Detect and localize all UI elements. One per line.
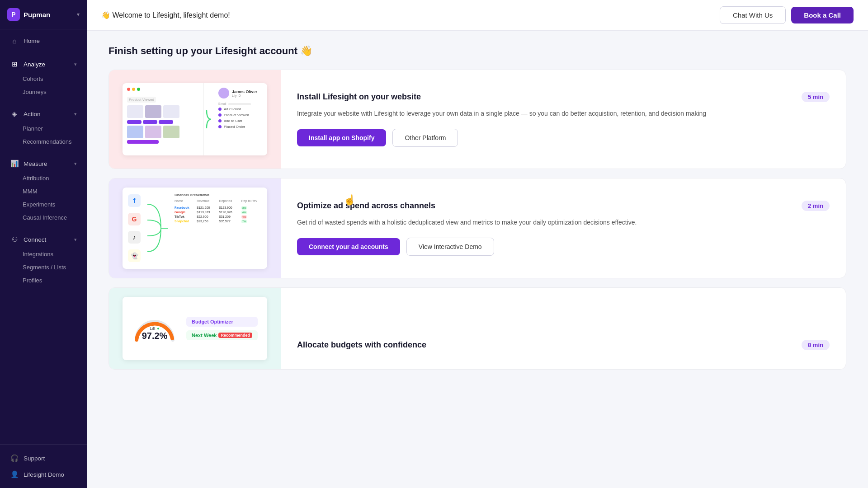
- gauge-container: Lift ● 97.2%: [132, 313, 177, 344]
- ads-time-badge: 2 min: [802, 201, 830, 211]
- main-content: 👋 Welcome to Lifesight, lifesight demo! …: [87, 0, 868, 488]
- product-img-5: [145, 126, 161, 138]
- view-demo-button[interactable]: View Interactive Demo: [406, 238, 494, 256]
- app-logo[interactable]: P Pupman ▾: [0, 0, 87, 29]
- channel-icons: f G ♪ 👻: [128, 193, 141, 263]
- ads-table-mini: Channel Breakdown Name Revenue Reported …: [175, 193, 262, 263]
- other-platform-button[interactable]: Other Platform: [392, 129, 458, 147]
- chat-button[interactable]: Chat With Us: [720, 6, 786, 24]
- lift-label: Lift: [150, 326, 155, 331]
- sidebar-cohorts-label: Cohorts: [23, 75, 43, 82]
- window-dot-green: [137, 88, 140, 91]
- website-left-panel: Product Viewed: [123, 83, 204, 155]
- lift-indicator: ●: [157, 326, 159, 331]
- measure-icon: 📊: [10, 160, 19, 168]
- support-icon: 🎧: [10, 454, 19, 462]
- sidebar-item-connect[interactable]: ⚇ Connect ▾: [3, 231, 84, 248]
- page-title: Finish setting up your Lifesight account…: [108, 45, 846, 57]
- sidebar-analyze-label: Analyze: [24, 61, 45, 68]
- recommended-badge: Recommended: [218, 333, 252, 338]
- product-img-3: [163, 105, 179, 118]
- header-actions: Chat With Us Book a Call: [720, 6, 854, 24]
- action-chevron-icon: ▾: [74, 111, 77, 117]
- sidebar-home-label: Home: [24, 38, 40, 44]
- install-card: Product Viewed: [108, 70, 846, 169]
- illus-btn-3: [159, 120, 173, 124]
- sidebar-item-integrations[interactable]: Integrations: [3, 248, 84, 261]
- flow-lines-container: [145, 193, 170, 263]
- connect-ads-button[interactable]: Connect your ad accounts: [297, 238, 400, 255]
- event-panel: James Oliver Lily ID Email Ad Clicked Pr…: [215, 83, 267, 155]
- user-icon: 👤: [10, 470, 19, 479]
- header: 👋 Welcome to Lifesight, lifesight demo! …: [87, 0, 868, 31]
- product-img-6: [163, 126, 179, 138]
- ads-card-title: Optimize ad spend across channels: [297, 201, 435, 211]
- ads-card: f G ♪ 👻: [108, 178, 846, 278]
- logo-chevron-icon: ▾: [77, 11, 80, 18]
- content-area: Finish setting up your Lifesight account…: [87, 31, 868, 488]
- sidebar-item-mmm[interactable]: MMM: [3, 185, 84, 198]
- gauge-value-container: Lift ● 97.2%: [142, 326, 168, 341]
- action-icon: ◈: [10, 110, 19, 118]
- sidebar-item-profiles[interactable]: Profiles: [3, 274, 84, 287]
- budget-card-content: Allocate budgets with confidence 8 min: [281, 288, 846, 369]
- google-icon: G: [128, 213, 141, 225]
- install-card-title-row: Install Lifesight on your website 5 min: [297, 92, 830, 102]
- sidebar-item-recommendations[interactable]: Recommendations: [3, 135, 84, 148]
- sidebar-item-journeys[interactable]: Journeys: [3, 85, 84, 99]
- tiktok-icon: ♪: [128, 231, 141, 244]
- install-card-desc: Integrate your website with Lifesight to…: [297, 108, 830, 118]
- install-time-badge: 5 min: [802, 92, 830, 102]
- sidebar-item-home[interactable]: ⌂ Home: [3, 33, 84, 49]
- next-week-label: Next Week: [192, 333, 217, 338]
- install-card-title: Install Lifesight on your website: [297, 92, 421, 102]
- install-card-content: Install Lifesight on your website 5 min …: [281, 70, 846, 169]
- analyze-icon: ⊞: [10, 60, 19, 68]
- sidebar-user-label: Lifesight Demo: [24, 471, 64, 478]
- sidebar-item-cohorts[interactable]: Cohorts: [3, 72, 84, 85]
- ads-card-desc: Get rid of wasted spends with a holistic…: [297, 217, 830, 227]
- flow-arrow: [204, 83, 215, 155]
- install-illustration: Product Viewed: [109, 70, 281, 169]
- illus-btn-2: [143, 120, 157, 124]
- sidebar-item-segments[interactable]: Segments / Lists: [3, 261, 84, 274]
- sidebar-item-experiments[interactable]: Experiments: [3, 198, 84, 211]
- connect-chevron-icon: ▾: [74, 237, 77, 243]
- install-shopify-button[interactable]: Install app on Shopify: [297, 129, 386, 146]
- ads-card-title-row: Optimize ad spend across channels 2 min: [297, 201, 830, 211]
- budget-card-title: Allocate budgets with confidence: [297, 340, 426, 350]
- ads-card-content: Optimize ad spend across channels 2 min …: [281, 178, 846, 278]
- sidebar: P Pupman ▾ ⌂ Home ⊞ Analyze ▾ Cohorts Jo…: [0, 0, 87, 488]
- sidebar-item-user[interactable]: 👤 Lifesight Demo: [3, 466, 84, 483]
- avatar-icon: [218, 88, 229, 99]
- snapchat-icon: 👻: [128, 249, 141, 262]
- next-week-tag: Next Week Recommended: [186, 330, 258, 340]
- lift-value: 97.2%: [142, 331, 168, 341]
- app-name: Pupman: [24, 11, 73, 19]
- connect-icon: ⚇: [10, 235, 19, 244]
- sidebar-item-causal-inference[interactable]: Causal Inference: [3, 211, 84, 224]
- sidebar-recommendations-label: Recommendations: [23, 138, 71, 145]
- sidebar-profiles-label: Profiles: [23, 277, 42, 284]
- sidebar-causal-label: Causal Inference: [23, 214, 67, 221]
- book-call-button[interactable]: Book a Call: [791, 7, 854, 23]
- sidebar-item-support[interactable]: 🎧 Support: [3, 450, 84, 466]
- sidebar-segments-label: Segments / Lists: [23, 264, 66, 271]
- budget-card: Lift ● 97.2% Budget Optimizer Next Week …: [108, 287, 846, 370]
- install-card-actions: Install app on Shopify Other Platform: [297, 129, 830, 147]
- sidebar-item-action[interactable]: ◈ Action ▾: [3, 106, 84, 122]
- sidebar-item-planner[interactable]: Planner: [3, 122, 84, 135]
- budget-optimizer-tag: Budget Optimizer: [186, 317, 258, 327]
- budget-labels: Budget Optimizer Next Week Recommended: [186, 317, 258, 340]
- ads-mockup: f G ♪ 👻: [123, 188, 267, 269]
- product-img-4: [127, 126, 143, 138]
- sidebar-item-attribution[interactable]: Attribution: [3, 172, 84, 185]
- sidebar-item-measure[interactable]: 📊 Measure ▾: [3, 155, 84, 172]
- analyze-chevron-icon: ▾: [74, 61, 77, 67]
- sidebar-measure-label: Measure: [24, 160, 47, 167]
- facebook-icon: f: [128, 194, 141, 207]
- sidebar-planner-label: Planner: [23, 125, 43, 132]
- sidebar-item-analyze[interactable]: ⊞ Analyze ▾: [3, 56, 84, 72]
- sidebar-journeys-label: Journeys: [23, 89, 47, 95]
- ads-card-actions: Connect your ad accounts View Interactiv…: [297, 238, 830, 256]
